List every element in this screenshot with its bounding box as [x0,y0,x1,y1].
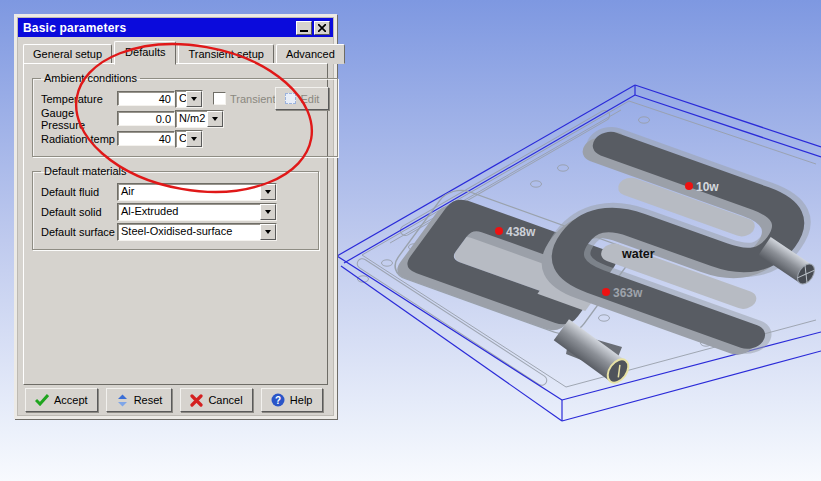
transient-checkbox[interactable] [213,92,226,105]
default-surface-value: Steel-Oxidised-surface [118,224,260,240]
transient-label: Transient [230,93,275,105]
default-surface-dropdown-button[interactable] [260,224,276,240]
temperature-unit-value: C [176,91,186,107]
radiation-temp-unit-dropdown-button[interactable] [186,131,202,147]
temperature-unit-combo[interactable]: C [175,90,203,108]
power-label-363w: 363w [613,286,643,300]
gauge-pressure-input[interactable] [117,111,175,126]
reset-button-label: Reset [134,394,163,406]
ambient-conditions-title: Ambient conditions [41,72,140,84]
accept-button-label: Accept [54,394,88,406]
radiation-temp-row: Radiation temp C [41,130,331,147]
default-solid-value: Al-Extruded [118,204,260,220]
default-fluid-label: Default fluid [41,186,117,198]
default-surface-combo[interactable]: Steel-Oxidised-surface [117,223,277,241]
chevron-down-icon [265,210,271,217]
svg-text:?: ? [275,395,281,406]
edit-button-label: Edit [300,93,319,105]
close-icon [318,24,326,32]
gauge-pressure-label: Gauge Pressure [41,107,117,131]
cancel-button[interactable]: Cancel [180,388,252,412]
default-solid-label: Default solid [41,206,117,218]
default-materials-group: Default materials Default fluid Air Defa… [32,165,319,250]
default-fluid-row: Default fluid Air [41,183,312,200]
ambient-conditions-group: Ambient conditions Temperature C Transie… [32,72,338,157]
accept-button[interactable]: Accept [25,388,98,412]
tab-advanced[interactable]: Advanced [276,44,345,64]
fluid-label-water: water [621,247,655,261]
default-solid-combo[interactable]: Al-Extruded [117,203,277,221]
help-button[interactable]: ? Help [261,388,323,412]
radiation-temp-label: Radiation temp [41,133,117,145]
defaults-tab-panel: Ambient conditions Temperature C Transie… [23,63,328,385]
temperature-input[interactable] [117,91,175,106]
tab-defaults[interactable]: Defaults [114,41,176,65]
power-marker-10w [685,182,693,190]
cancel-button-label: Cancel [208,394,242,406]
radiation-temp-unit-combo[interactable]: C [175,130,203,148]
chevron-down-icon [191,97,197,104]
radiation-temp-input[interactable] [117,131,175,146]
chevron-down-icon [191,137,197,144]
default-solid-row: Default solid Al-Extruded [41,203,312,220]
tab-general-setup[interactable]: General setup [23,44,112,64]
chevron-down-icon [265,230,271,237]
dialog-title: Basic parameters [23,21,294,35]
chevron-down-icon [212,117,218,124]
tab-transient-setup[interactable]: Transient setup [178,44,273,64]
accept-check-icon [35,394,49,406]
default-fluid-dropdown-button[interactable] [260,184,276,200]
cancel-x-icon [190,394,203,407]
default-surface-row: Default surface Steel-Oxidised-surface [41,223,312,240]
dialog-button-row: Accept Reset Cancel ? Help [23,382,328,412]
gauge-pressure-unit-dropdown-button[interactable] [207,111,223,127]
power-label-10w: 10w [696,180,719,194]
temperature-unit-dropdown-button[interactable] [186,91,202,107]
temperature-label: Temperature [41,93,117,105]
edit-icon [285,93,296,104]
temperature-row: Temperature C Transient Edit [41,90,331,107]
power-marker-363w [602,288,610,296]
minimize-icon [300,30,308,32]
gauge-pressure-unit-combo[interactable]: N/m2 [175,110,224,128]
dialog-titlebar[interactable]: Basic parameters [18,18,333,37]
default-fluid-combo[interactable]: Air [117,183,277,201]
power-marker-438w [495,227,503,235]
reset-icon [116,394,129,407]
minimize-button[interactable] [296,21,312,35]
chevron-down-icon [265,190,271,197]
reset-button[interactable]: Reset [106,388,173,412]
default-fluid-value: Air [118,184,260,200]
help-icon: ? [271,393,285,407]
radiation-temp-unit-value: C [176,131,186,147]
basic-parameters-dialog: Basic parameters General setup Defaults … [14,14,337,419]
default-surface-label: Default surface [41,226,117,238]
tab-bar: General setup Defaults Transient setup A… [23,43,328,63]
help-button-label: Help [290,394,313,406]
close-button[interactable] [314,21,330,35]
default-solid-dropdown-button[interactable] [260,204,276,220]
gauge-pressure-unit-value: N/m2 [176,111,207,127]
default-materials-title: Default materials [41,165,130,177]
gauge-pressure-row: Gauge Pressure N/m2 [41,110,331,127]
edit-button[interactable]: Edit [275,87,329,110]
power-label-438w: 438w [506,225,536,239]
